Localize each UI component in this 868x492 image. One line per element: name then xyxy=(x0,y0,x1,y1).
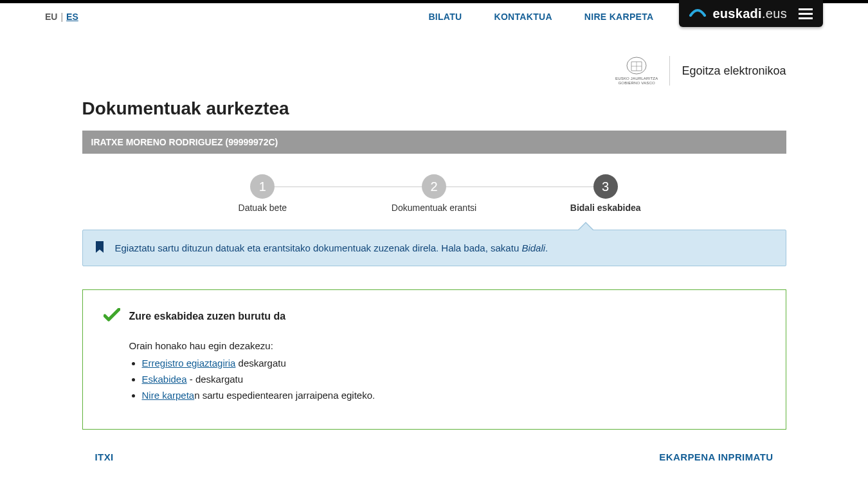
actions-row: ITXI EKARPENA INPRIMATU xyxy=(82,451,786,462)
banner-em: Bidali xyxy=(521,242,545,253)
egoitza-title: Egoitza elektronikoa xyxy=(682,64,786,78)
header: EU | ES BILATU KONTAKTUA NIRE KARPETA eu… xyxy=(0,3,868,30)
step-3-circle: 3 xyxy=(593,174,618,199)
gov-logo-line2: GOBIERNO VASCO xyxy=(615,81,658,86)
info-banner: Egiaztatu sartu dituzun datuak eta erant… xyxy=(82,230,786,266)
nav-kontaktua[interactable]: KONTAKTUA xyxy=(494,12,552,22)
list-suffix: n sartu espedientearen jarraipena egitek… xyxy=(194,390,375,401)
link-nire-karpeta[interactable]: Nire karpeta xyxy=(142,390,195,401)
list-suffix: deskargatu xyxy=(235,358,285,369)
step-1-label: Datuak bete xyxy=(177,203,348,213)
success-body: Orain honako hau egin dezakezu: Erregist… xyxy=(129,340,765,401)
lang-eu[interactable]: EU xyxy=(45,12,57,22)
logo-separator xyxy=(669,56,670,86)
print-button[interactable]: EKARPENA INPRIMATU xyxy=(659,451,773,462)
language-switcher: EU | ES xyxy=(45,12,78,22)
step-1: 1 Datuak bete xyxy=(177,174,348,213)
brand-bold: euskadi xyxy=(712,6,762,21)
lang-separator: | xyxy=(60,12,63,22)
user-bar: IRATXE MORENO RODRIGUEZ (99999972C) xyxy=(82,131,786,154)
brand-light: .eus xyxy=(762,6,787,21)
brand-text: euskadi.eus xyxy=(712,6,787,21)
gov-logo-line1: EUSKO JAURLARITZA xyxy=(615,77,658,81)
nav-nire-karpeta[interactable]: NIRE KARPETA xyxy=(584,12,654,22)
list-item: Erregistro egiaztagiria deskargatu xyxy=(142,358,765,369)
success-head: Zure eskabidea zuzen burutu da xyxy=(104,308,765,325)
nav-bilatu[interactable]: BILATU xyxy=(428,12,462,22)
link-registro[interactable]: Erregistro egiaztagiria xyxy=(142,358,236,369)
list-item: Nire karpetan sartu espedientearen jarra… xyxy=(142,390,765,401)
success-box: Zure eskabidea zuzen burutu da Orain hon… xyxy=(82,289,786,430)
close-button[interactable]: ITXI xyxy=(95,451,114,462)
list-item: Eskabidea - deskargatu xyxy=(142,374,765,385)
step-2: 2 Dokumentuak erantsi xyxy=(348,174,520,213)
check-icon xyxy=(104,308,120,325)
step-3-label: Bidali eskabidea xyxy=(520,203,691,213)
page-title: Dokumentuak aurkeztea xyxy=(82,98,786,119)
step-3: 3 Bidali eskabidea xyxy=(520,174,691,213)
brand-box[interactable]: euskadi.eus xyxy=(679,0,823,27)
banner-pre: Egiaztatu sartu dituzun datuak eta erant… xyxy=(115,242,522,253)
banner-wrap: Egiaztatu sartu dituzun datuak eta erant… xyxy=(82,230,786,266)
lang-es[interactable]: ES xyxy=(66,12,78,22)
link-eskabidea[interactable]: Eskabidea xyxy=(142,374,187,385)
top-nav: BILATU KONTAKTUA NIRE KARPETA xyxy=(428,12,653,22)
stepper: 1 Datuak bete 2 Dokumentuak erantsi 3 Bi… xyxy=(177,174,691,213)
main-container: EUSKO JAURLARITZA GOBIERNO VASCO Egoitza… xyxy=(82,56,786,488)
step-1-circle: 1 xyxy=(250,174,275,199)
success-list: Erregistro egiaztagiria deskargatu Eskab… xyxy=(142,358,765,401)
step-2-circle: 2 xyxy=(422,174,446,199)
banner-post: . xyxy=(545,242,548,253)
brand-arc-icon xyxy=(689,6,703,21)
bookmark-icon xyxy=(95,241,105,255)
menu-icon[interactable] xyxy=(799,8,813,19)
step-2-label: Dokumentuak erantsi xyxy=(348,203,520,213)
logo-row: EUSKO JAURLARITZA GOBIERNO VASCO Egoitza… xyxy=(82,56,786,86)
banner-text: Egiaztatu sartu dituzun datuak eta erant… xyxy=(115,242,548,253)
success-title: Zure eskabidea zuzen burutu da xyxy=(129,311,286,322)
success-intro: Orain honako hau egin dezakezu: xyxy=(129,340,765,351)
gov-logo: EUSKO JAURLARITZA GOBIERNO VASCO xyxy=(615,56,658,85)
shield-icon xyxy=(625,56,648,75)
list-suffix: - deskargatu xyxy=(187,374,244,385)
